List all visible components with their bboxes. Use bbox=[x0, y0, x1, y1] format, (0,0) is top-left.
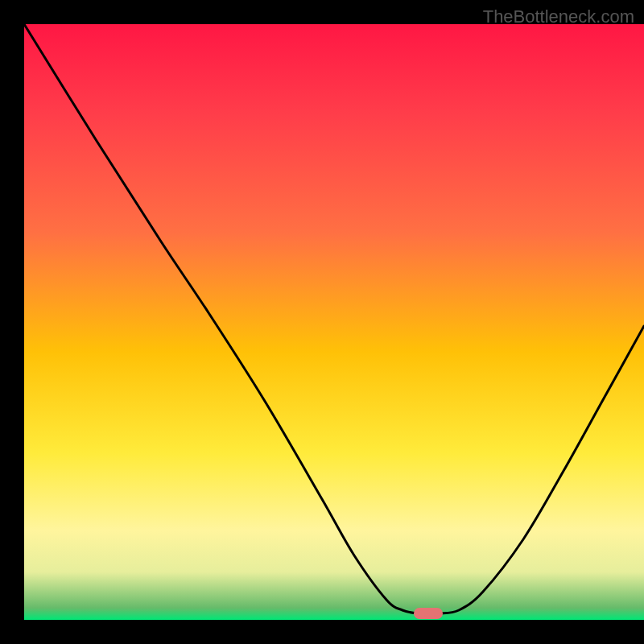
bottleneck-chart: TheBottleneck.com bbox=[0, 0, 644, 644]
watermark-text: TheBottleneck.com bbox=[483, 6, 634, 27]
optimal-point-marker bbox=[414, 608, 443, 619]
chart-svg bbox=[0, 0, 644, 644]
chart-background-gradient bbox=[24, 24, 644, 620]
